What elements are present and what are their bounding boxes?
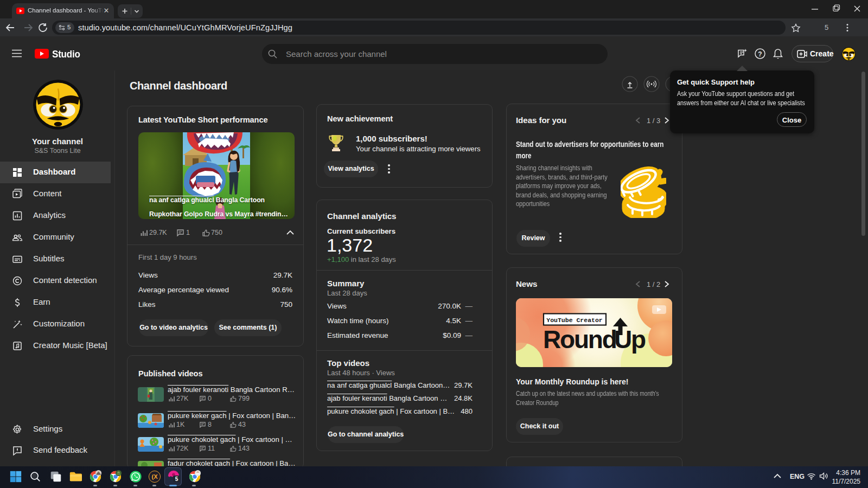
- svg-text:YouTube Creator: YouTube Creator: [546, 317, 603, 324]
- svg-text:?: ?: [758, 50, 762, 58]
- svg-text:5: 5: [175, 476, 178, 482]
- svg-text:Round: Round: [543, 325, 616, 354]
- svg-text:(X: (X: [151, 473, 158, 480]
